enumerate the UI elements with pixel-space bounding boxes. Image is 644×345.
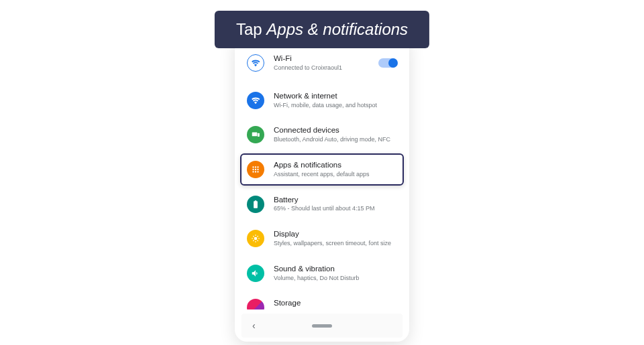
display-title: Display bbox=[274, 229, 397, 239]
svg-point-5 bbox=[252, 169, 254, 170]
phone-mockup: Wi-Fi Connected to Croixraoul1 Network &… bbox=[235, 33, 409, 342]
svg-point-10 bbox=[257, 171, 258, 172]
svg-point-2 bbox=[252, 166, 254, 167]
sound-subtitle: Volume, haptics, Do Not Disturb bbox=[274, 275, 397, 283]
svg-point-3 bbox=[255, 166, 256, 167]
banner-emphasis: Apps & notifications bbox=[266, 20, 408, 38]
back-button[interactable]: ‹ bbox=[252, 320, 256, 331]
svg-point-7 bbox=[257, 169, 258, 170]
settings-display[interactable]: Display Styles, wallpapers, screen timeo… bbox=[240, 222, 404, 255]
settings-sound[interactable]: Sound & vibration Volume, haptics, Do No… bbox=[240, 257, 404, 289]
wifi-text: Wi-Fi Connected to Croixraoul1 bbox=[274, 54, 378, 72]
connected-text: Connected devices Bluetooth, Android Aut… bbox=[274, 125, 397, 144]
network-title: Network & internet bbox=[274, 91, 397, 101]
home-pill[interactable] bbox=[312, 324, 332, 328]
settings-network[interactable]: Network & internet Wi-Fi, mobile, data u… bbox=[240, 84, 404, 117]
display-text: Display Styles, wallpapers, screen timeo… bbox=[274, 229, 397, 248]
battery-text: Battery 65% - Should last until about 4:… bbox=[274, 195, 397, 214]
display-icon bbox=[247, 230, 264, 247]
svg-point-9 bbox=[255, 171, 256, 172]
instruction-banner: Tap Apps & notifications bbox=[215, 11, 429, 48]
display-subtitle: Styles, wallpapers, screen timeout, font… bbox=[274, 240, 397, 248]
connected-title: Connected devices bbox=[274, 125, 397, 135]
connected-subtitle: Bluetooth, Android Auto, driving mode, N… bbox=[274, 136, 397, 144]
settings-wifi[interactable]: Wi-Fi Connected to Croixraoul1 bbox=[240, 50, 404, 80]
sound-text: Sound & vibration Volume, haptics, Do No… bbox=[274, 264, 397, 283]
wifi-title: Wi-Fi bbox=[274, 54, 378, 64]
storage-text: Storage bbox=[274, 298, 397, 309]
connected-devices-icon bbox=[247, 126, 264, 143]
network-subtitle: Wi-Fi, mobile, data usage, and hotspot bbox=[274, 102, 397, 110]
settings-battery[interactable]: Battery 65% - Should last until about 4:… bbox=[240, 188, 404, 220]
apps-text: Apps & notifications Assistant, recent a… bbox=[274, 160, 397, 179]
battery-icon bbox=[247, 196, 264, 213]
svg-point-8 bbox=[252, 171, 254, 172]
storage-title: Storage bbox=[274, 298, 397, 308]
apps-icon bbox=[247, 161, 264, 178]
apps-subtitle: Assistant, recent apps, default apps bbox=[274, 171, 397, 179]
settings-storage[interactable]: Storage bbox=[240, 291, 404, 309]
apps-title: Apps & notifications bbox=[274, 160, 397, 170]
svg-rect-0 bbox=[252, 133, 258, 137]
wifi-icon bbox=[247, 54, 264, 72]
svg-point-4 bbox=[257, 166, 258, 167]
battery-subtitle: 65% - Should last until about 4:15 PM bbox=[274, 205, 397, 213]
svg-point-11 bbox=[254, 237, 258, 240]
settings-connected[interactable]: Connected devices Bluetooth, Android Aut… bbox=[240, 119, 404, 151]
navigation-bar: ‹ bbox=[241, 314, 402, 338]
network-text: Network & internet Wi-Fi, mobile, data u… bbox=[274, 91, 397, 110]
sound-title: Sound & vibration bbox=[274, 264, 397, 274]
wifi-toggle[interactable] bbox=[378, 58, 397, 68]
svg-rect-1 bbox=[258, 133, 260, 137]
sound-icon bbox=[247, 265, 264, 282]
wifi-subtitle: Connected to Croixraoul1 bbox=[274, 64, 378, 72]
svg-point-6 bbox=[255, 169, 256, 170]
battery-title: Battery bbox=[274, 195, 397, 205]
storage-icon bbox=[247, 299, 264, 309]
settings-list: Wi-Fi Connected to Croixraoul1 Network &… bbox=[235, 33, 409, 309]
network-icon bbox=[247, 92, 264, 109]
settings-apps[interactable]: Apps & notifications Assistant, recent a… bbox=[240, 153, 404, 186]
banner-prefix: Tap bbox=[236, 20, 266, 38]
toggle-knob bbox=[388, 58, 398, 68]
